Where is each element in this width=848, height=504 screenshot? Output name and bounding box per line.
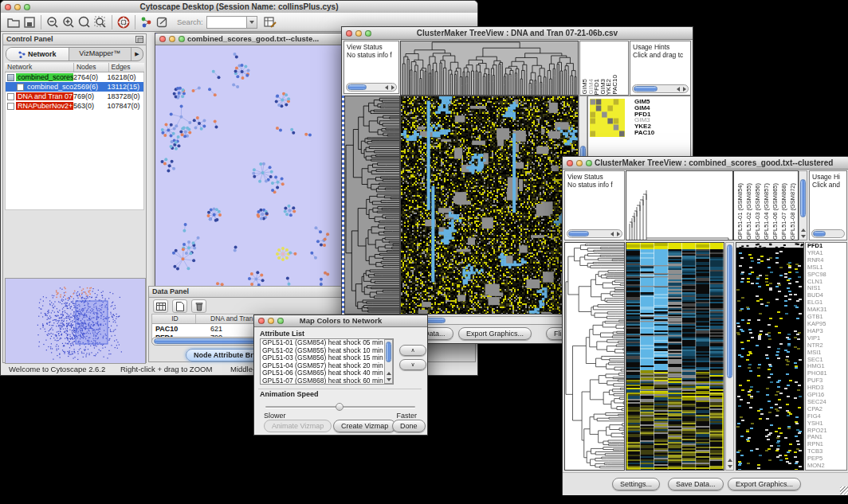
network-row[interactable]: RNAPuberNov2+563(0)107847(0) <box>6 101 143 111</box>
dialog-titlebar[interactable]: Map Colors to Network <box>254 315 427 327</box>
delete-attribute-button[interactable] <box>191 299 206 313</box>
heatmap-column-label[interactable]: GPL51-02 (GSM855) <box>744 183 753 240</box>
close-icon[interactable] <box>5 4 11 10</box>
scroll-left-icon[interactable] <box>385 85 388 90</box>
heatmap-column-label[interactable]: GPL51-08 (GSM872) <box>788 183 797 240</box>
tab-vizmapper[interactable]: VizMapper™ <box>69 48 132 61</box>
heatmap-column-label[interactable]: GPL51-04 (GSM857) <box>762 183 771 240</box>
main-titlebar[interactable]: Cytoscape Desktop (Session Name: collins… <box>1 1 477 14</box>
close-icon[interactable] <box>159 36 166 42</box>
attribute-list-vscrollbar[interactable] <box>384 339 393 384</box>
usage-hints-hscrollbar[interactable] <box>632 84 689 93</box>
close-icon[interactable] <box>258 318 265 324</box>
col-nodes[interactable]: Nodes <box>74 63 109 72</box>
zoom-window-icon[interactable] <box>179 36 185 42</box>
move-down-button[interactable]: ∨ <box>399 359 426 370</box>
new-attribute-button[interactable] <box>172 299 187 313</box>
search-dropdown-button[interactable] <box>246 17 257 28</box>
scroll-down-icon[interactable] <box>387 378 391 381</box>
tv2-gene-list[interactable]: PFD1YRA1RNR4MSL1SPC98CLN1NIS1BUD4ELG1MAK… <box>805 242 847 471</box>
zoom-in-button[interactable] <box>61 14 77 30</box>
help-lifering-icon[interactable] <box>116 14 132 30</box>
heatmap-row-label[interactable]: PAC10 <box>634 130 654 136</box>
heatmap-column-label[interactable]: GPL51-03 (GSM856) <box>753 183 762 240</box>
select-attributes-button[interactable] <box>153 299 168 313</box>
save-session-button[interactable] <box>22 14 37 30</box>
more-tabs-button[interactable]: ▶ <box>132 48 143 61</box>
tv1-row-labels[interactable]: GIM5GIM4PFD1GIM3YKE2PAC10 <box>634 99 654 136</box>
zoom-window-icon[interactable] <box>277 318 284 324</box>
tv2-heatmap[interactable] <box>626 242 724 471</box>
export-graphics-button[interactable]: Export Graphics... <box>458 327 532 340</box>
scroll-up-icon[interactable] <box>728 459 732 462</box>
animation-speed-slider[interactable] <box>265 403 415 411</box>
tv1-row-dendrogram[interactable] <box>344 96 400 315</box>
attribute-list-item[interactable]: GPL51-07 (GSM868) heat shock 60 min <box>261 377 393 385</box>
scroll-right-icon[interactable] <box>617 232 620 236</box>
tv2-row-dendrogram[interactable] <box>564 242 625 471</box>
view-status-hscrollbar[interactable] <box>567 229 622 238</box>
zoom-window-icon[interactable] <box>24 4 30 10</box>
save-data-button[interactable]: Save Data... <box>668 478 724 490</box>
tv2-column-dendrogram[interactable] <box>626 170 733 240</box>
network-row[interactable]: combined_scores2764(0)16218(0) <box>6 72 143 82</box>
heatmap-column-label[interactable]: GPL51-06 (GSM865) <box>771 183 779 240</box>
animate-vizmap-button[interactable]: Animate Vizmap <box>264 420 332 432</box>
scroll-right-icon[interactable] <box>391 85 395 90</box>
scroll-left-icon[interactable] <box>677 87 680 92</box>
usage-hints-hscrollbar[interactable] <box>811 229 845 238</box>
attribute-list[interactable]: GPL51-01 (GSM854) heat shock 05 minGPL51… <box>260 338 394 385</box>
close-icon[interactable] <box>567 160 573 166</box>
scroll-up-icon[interactable] <box>387 372 391 375</box>
resize-grip[interactable] <box>840 486 848 494</box>
network-row[interactable]: DNA and Tran 07769(0)183728(0) <box>6 92 143 101</box>
slider-thumb[interactable] <box>336 403 344 411</box>
gene-label[interactable]: MON2 <box>806 463 846 470</box>
treeview1-titlebar[interactable]: ClusterMaker TreeView : DNA and Tran 07-… <box>342 27 693 40</box>
network-row[interactable]: combined_sco2569(6)13112(15) <box>6 82 143 92</box>
zoom-selected-button[interactable] <box>77 14 92 30</box>
col-network[interactable]: Network <box>5 63 74 72</box>
export-graphics-button[interactable]: Export Graphics... <box>728 478 801 490</box>
correlation-matrix-canvas[interactable] <box>590 99 625 137</box>
zoom-window-icon[interactable] <box>365 30 371 37</box>
minimize-icon[interactable] <box>14 4 21 10</box>
table-import-button[interactable] <box>262 14 278 30</box>
scroll-left-icon[interactable] <box>610 232 614 236</box>
minimize-icon[interactable] <box>355 30 362 37</box>
scroll-up-icon[interactable] <box>801 229 806 232</box>
view-status-hscrollbar[interactable] <box>346 83 397 92</box>
tv2-column-labels[interactable]: GPL51-01 (GSM854)GPL51-02 (GSM855)GPL51-… <box>733 170 799 240</box>
minimize-icon[interactable] <box>576 160 583 166</box>
birdseye-view-canvas[interactable] <box>6 279 145 363</box>
tv1-column-labels[interactable]: GIM5GIM4PFD1GIM3YKE2PAC10 <box>579 41 629 96</box>
heatmap-column-label[interactable]: GPL51-01 (GSM854) <box>736 183 744 240</box>
float-panel-icon[interactable] <box>135 36 143 46</box>
tv2-labels-vscrollbar[interactable] <box>799 170 807 240</box>
network-mapper-icon[interactable] <box>139 14 155 30</box>
open-session-button[interactable] <box>6 14 22 30</box>
network-window-1-titlebar[interactable]: combined_scores_good.txt--cluste... <box>155 33 344 45</box>
col-id[interactable]: ID <box>152 315 196 323</box>
scroll-down-icon[interactable] <box>801 235 806 238</box>
minimize-icon[interactable] <box>268 318 274 324</box>
settings-button[interactable]: Settings... <box>612 478 660 490</box>
window-controls[interactable] <box>5 4 30 10</box>
heatmap-column-label[interactable]: PAC10 <box>612 75 618 95</box>
close-icon[interactable] <box>346 30 352 37</box>
annotation-button[interactable] <box>155 14 171 30</box>
move-up-button[interactable]: ∧ <box>399 345 426 356</box>
network-view-canvas[interactable] <box>155 45 343 291</box>
col-edges[interactable]: Edges <box>109 63 145 72</box>
tv2-heatmap-vscrollbar[interactable] <box>725 242 734 471</box>
zoom-window-icon[interactable] <box>586 160 592 166</box>
create-vizmap-button[interactable]: Create Vizmap <box>333 420 396 432</box>
minimize-icon[interactable] <box>169 36 175 42</box>
scroll-right-icon[interactable] <box>683 87 686 92</box>
heatmap-column-label[interactable]: GPL51-07 (GSM868) <box>779 183 788 240</box>
zoom-fit-button[interactable] <box>92 14 108 30</box>
tv2-secondary-heatmap[interactable] <box>736 242 804 471</box>
treeview2-titlebar[interactable]: ClusterMaker TreeView : combined_scores_… <box>563 157 848 170</box>
scroll-down-icon[interactable] <box>728 465 732 468</box>
search-combobox[interactable] <box>206 16 257 29</box>
